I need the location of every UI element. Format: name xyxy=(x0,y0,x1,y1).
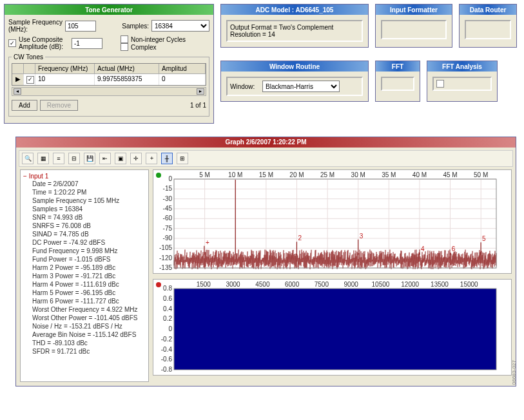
stats-tree[interactable]: − Input 1 Date = 2/6/2007Time = 1:20:22 … xyxy=(20,169,149,382)
use-composite-checkbox[interactable] xyxy=(8,39,16,47)
svg-text:0.4: 0.4 xyxy=(163,305,172,312)
fft-analysis-icon xyxy=(436,80,444,88)
row-enable-checkbox[interactable] xyxy=(26,76,34,84)
stat-item: Fund Frequency = 9.998 MHz xyxy=(23,247,146,255)
time-chart[interactable]: 0.80.60.40.20-0.2-0.4-0.6-0.815003000450… xyxy=(153,279,512,376)
col-actual[interactable]: Actual (MHz) xyxy=(95,64,159,73)
amplitude-input[interactable] xyxy=(72,38,102,49)
svg-text:3000: 3000 xyxy=(226,281,240,288)
tool-zoom-icon[interactable]: 🔍 xyxy=(22,153,34,164)
svg-text:13500: 13500 xyxy=(431,281,449,288)
svg-text:+: + xyxy=(206,238,209,245)
svg-text:-90: -90 xyxy=(163,234,173,242)
sample-freq-input[interactable] xyxy=(65,21,96,32)
svg-text:-0.6: -0.6 xyxy=(161,356,173,363)
svg-text:-45: -45 xyxy=(163,205,173,212)
chart-status-red-icon xyxy=(156,282,161,287)
fft-analysis-title: FFT Analysis xyxy=(427,61,497,72)
grid-hscroll[interactable]: ◄ ► xyxy=(12,87,206,96)
scroll-left-icon[interactable]: ◄ xyxy=(14,88,21,95)
svg-text:-105: -105 xyxy=(159,244,172,251)
svg-text:4500: 4500 xyxy=(255,281,270,288)
graph-panel: Graph 2/6/2007 1:20:22 PM 🔍 ▦ ≡ ⊟ 💾 ⇤ ▣ … xyxy=(15,137,516,387)
graph-toolbar: 🔍 ▦ ≡ ⊟ 💾 ⇤ ▣ ✛ ＋ ╫ ⊞ xyxy=(19,150,513,167)
stat-item: Worst Other Frequency = 4.922 MHz xyxy=(23,305,146,314)
row-selector-icon[interactable]: ▶ xyxy=(12,74,24,85)
samples-select[interactable]: 16384 xyxy=(151,20,209,32)
svg-text:2: 2 xyxy=(298,234,302,242)
svg-text:5: 5 xyxy=(482,235,486,242)
svg-text:9000: 9000 xyxy=(344,281,359,288)
input-formatter-panel: Input Formatter xyxy=(375,4,452,48)
fft-analysis-panel: FFT Analysis xyxy=(427,61,498,102)
svg-text:10 M: 10 M xyxy=(228,171,242,178)
stat-item: SFDR = 91.721 dBc xyxy=(23,347,146,356)
cw-tones-fieldset: CW Tones Frequency (MHz) Actual (MHz) Am… xyxy=(8,53,209,117)
scroll-right-icon[interactable]: ► xyxy=(197,88,204,95)
svg-text:45 M: 45 M xyxy=(443,171,457,178)
graph-title: Graph 2/6/2007 1:20:22 PM xyxy=(16,137,516,148)
svg-text:0: 0 xyxy=(168,175,172,182)
non-integer-checkbox[interactable] xyxy=(121,35,128,43)
svg-text:50 M: 50 M xyxy=(474,171,488,178)
chart-status-green-icon xyxy=(156,173,161,178)
table-row[interactable]: ▶ 10 9.99755859375 0 xyxy=(12,74,206,85)
cw-tones-legend: CW Tones xyxy=(12,53,45,61)
tool-list-icon[interactable]: ≡ xyxy=(53,153,64,164)
col-freq[interactable]: Frequency (MHz) xyxy=(35,64,95,73)
svg-text:40 M: 40 M xyxy=(412,171,427,178)
adc-res: Resolution = 14 xyxy=(230,31,359,38)
window-select[interactable]: Blackman-Harris xyxy=(262,81,340,92)
svg-text:6: 6 xyxy=(452,245,456,253)
svg-text:7500: 7500 xyxy=(315,281,329,288)
complex-checkbox[interactable] xyxy=(121,43,128,51)
svg-text:12000: 12000 xyxy=(401,281,419,288)
fft-chart[interactable]: 0-15-30-45-60-75-90-105-120-1355 M10 M15… xyxy=(153,169,512,274)
window-label: Window: xyxy=(230,83,260,90)
tree-root-label[interactable]: Input 1 xyxy=(29,173,49,180)
tool-crosshair-icon[interactable]: ✛ xyxy=(130,153,142,164)
svg-text:15000: 15000 xyxy=(460,281,478,288)
svg-text:0.8: 0.8 xyxy=(163,285,172,292)
col-amp[interactable]: Amplitud xyxy=(159,64,206,73)
tool-plus-icon[interactable]: ＋ xyxy=(146,153,157,164)
adc-panel: ADC Model : AD6645_105 Output Format = T… xyxy=(220,4,369,48)
svg-text:-120: -120 xyxy=(159,254,172,261)
sample-freq-label: Sample Frequency (MHz): xyxy=(8,19,63,33)
svg-text:3: 3 xyxy=(360,232,364,239)
input-formatter-title: Input Formatter xyxy=(376,5,452,15)
svg-text:-75: -75 xyxy=(163,224,173,231)
samples-label: Samples: xyxy=(122,23,149,30)
stat-item: Harm 5 Power = -96.195 dBc xyxy=(23,289,146,297)
tool-export-icon[interactable]: ⇤ xyxy=(99,153,111,164)
svg-text:35 M: 35 M xyxy=(382,171,396,178)
stat-item: Harm 4 Power = -111.619 dBc xyxy=(23,280,146,289)
cw-tones-grid: Frequency (MHz) Actual (MHz) Amplitud ▶ … xyxy=(12,63,206,86)
figure-id: 06683-027 xyxy=(511,360,517,385)
svg-text:1500: 1500 xyxy=(197,281,211,288)
svg-text:-15: -15 xyxy=(163,185,173,192)
svg-text:20 M: 20 M xyxy=(289,171,304,178)
tool-cursor-icon[interactable]: ╫ xyxy=(161,153,173,164)
tree-collapse-icon[interactable]: − xyxy=(23,173,27,180)
stat-item: Noise / Hz = -153.21 dBFS / Hz xyxy=(23,322,146,330)
svg-text:10500: 10500 xyxy=(372,281,390,288)
window-routine-panel: Window Routine Window: Blackman-Harris xyxy=(220,61,369,102)
tool-save-icon[interactable]: 💾 xyxy=(84,153,95,164)
adc-format: Output Format = Two's Complement xyxy=(230,24,359,31)
tool-marker-icon[interactable]: ▣ xyxy=(115,153,126,164)
svg-text:0.2: 0.2 xyxy=(163,315,172,322)
add-button[interactable]: Add xyxy=(12,100,37,111)
stat-item: Fund Power = -1.015 dBFS xyxy=(23,255,146,263)
tool-grid-icon[interactable]: ▦ xyxy=(37,153,49,164)
stat-item: Average Bin Noise = -115.142 dBFS xyxy=(23,330,146,339)
tool-split-icon[interactable]: ⊞ xyxy=(177,153,188,164)
fft-panel: FFT xyxy=(375,61,420,102)
row-amp[interactable]: 0 xyxy=(159,74,206,85)
data-router-panel: Data Router xyxy=(459,4,517,48)
svg-text:-135: -135 xyxy=(159,264,172,271)
non-integer-label: Non-integer Cycles xyxy=(131,36,186,43)
tool-tree-icon[interactable]: ⊟ xyxy=(68,153,80,164)
row-count: 1 of 1 xyxy=(190,102,206,109)
row-freq[interactable]: 10 xyxy=(35,74,95,85)
